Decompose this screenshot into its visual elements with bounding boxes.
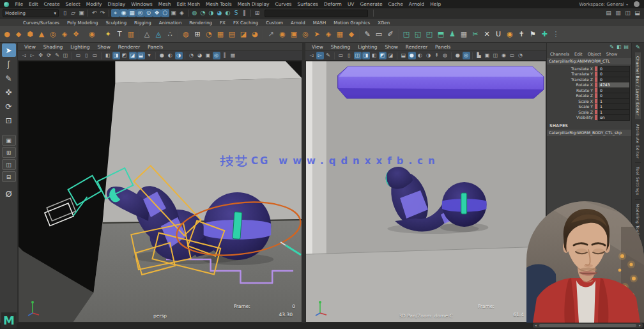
rotate-tool[interactable]: ⟳: [2, 100, 16, 113]
toggle-channel-box-icon[interactable]: ⬓: [633, 9, 641, 17]
two-pane-side-layout[interactable]: ◫: [2, 159, 16, 170]
unfold-uv-icon[interactable]: U: [493, 29, 504, 40]
tumble-icon[interactable]: ⟳: [45, 52, 53, 59]
move-tool[interactable]: ✜: [2, 86, 16, 99]
poly-plane-icon[interactable]: ◈: [59, 29, 70, 40]
multi-cut-icon[interactable]: ▭: [374, 29, 385, 40]
four-pane-layout[interactable]: ⊞: [2, 147, 16, 158]
image-plane-icon[interactable]: ◫: [62, 52, 70, 59]
numeric-input-field[interactable]: [264, 10, 368, 17]
channel-box-menu-channels[interactable]: Channels: [548, 52, 572, 57]
shape-node-name[interactable]: CaterpillarRig:WORM_BODY_CTL_shp: [547, 130, 631, 136]
snap-to-view-plane-icon[interactable]: ⊙: [144, 9, 153, 17]
gamma-icon[interactable]: ◉: [500, 52, 508, 59]
poly-sphere-icon[interactable]: ●: [2, 29, 13, 40]
scale-tool[interactable]: ⊡: [2, 114, 16, 127]
panel-menu-show[interactable]: Show: [381, 44, 402, 50]
shelf-tab-fx[interactable]: FX: [216, 20, 229, 26]
undo-icon[interactable]: ↶: [90, 9, 98, 17]
fill-hole-icon[interactable]: ▣: [289, 29, 300, 40]
toggle-attribute-editor-icon[interactable]: ▥: [614, 9, 622, 17]
exposure-icon[interactable]: ◎: [463, 52, 470, 59]
shadows-icon[interactable]: ⬓: [400, 52, 408, 59]
average-vertices-icon[interactable]: ◰: [424, 29, 435, 40]
lasso-select-tool[interactable]: ʃ: [2, 57, 16, 71]
menu-uv[interactable]: UV: [344, 1, 357, 7]
isolate-select-icon[interactable]: ●: [454, 52, 462, 59]
platonic-solid-icon[interactable]: △: [142, 29, 153, 40]
menu-select[interactable]: Select: [63, 1, 83, 7]
sidebar-tab-channel-box-layer-editor[interactable]: Channel Box / Layer Editor: [635, 52, 641, 120]
booleans-icon[interactable]: ◍: [181, 29, 192, 40]
combine-icon[interactable]: ⊞: [192, 29, 203, 40]
delete-edge-icon[interactable]: ✕: [482, 29, 493, 40]
ipr-render-icon[interactable]: ◔: [199, 9, 207, 17]
textured-icon[interactable]: ◩: [379, 52, 387, 59]
panel-menu-lighting[interactable]: Lighting: [66, 44, 93, 50]
menu-surfaces[interactable]: Surfaces: [295, 1, 321, 7]
multisample-icon[interactable]: ◐: [417, 52, 424, 59]
panel-menu-show[interactable]: Show: [94, 44, 114, 50]
motion-blur-icon[interactable]: ●: [408, 52, 416, 59]
menu-deform[interactable]: Deform: [321, 1, 344, 7]
poly-cone-icon[interactable]: ▲: [36, 29, 47, 40]
scrollbar-handle[interactable]: [539, 324, 636, 327]
grease-pencil-icon[interactable]: ▙: [475, 52, 483, 59]
bevel-icon[interactable]: ◕: [250, 29, 261, 40]
panel-menu-view[interactable]: View: [308, 44, 327, 50]
poly-cube-icon[interactable]: ◆: [13, 29, 24, 40]
render-view-icon[interactable]: ◐: [224, 9, 232, 17]
shelf-tab-curves-surfaces[interactable]: Curves/Surfaces: [19, 20, 63, 26]
menu-mesh[interactable]: Mesh: [155, 1, 174, 7]
viewport-settings-icon[interactable]: ◔: [517, 52, 525, 59]
resolution-gate-icon[interactable]: ▭: [337, 52, 345, 59]
poly-torus-icon[interactable]: ◎: [48, 29, 59, 40]
exposure-field[interactable]: ▭: [509, 52, 516, 59]
menu-edit[interactable]: Edit: [26, 1, 42, 7]
pane-with-outliner-layout[interactable]: ⊟: [2, 171, 16, 182]
depth-of-field-icon[interactable]: ◑: [425, 52, 433, 59]
prev-view-icon[interactable]: ◅: [308, 52, 316, 59]
shelf-tab-rendering[interactable]: Rendering: [185, 20, 216, 26]
project-curve-icon[interactable]: ➤: [312, 29, 323, 40]
shelf-tab-rigging[interactable]: Rigging: [130, 20, 155, 26]
svg-tool-icon[interactable]: ▥: [126, 29, 137, 40]
screen-space-ao-icon[interactable]: ▾: [146, 52, 153, 59]
sculpt-tool-icon[interactable]: ♟: [447, 29, 458, 40]
toggle-substance-icon[interactable]: S: [232, 9, 240, 17]
bookmark-icon[interactable]: ✎: [325, 52, 332, 59]
menu-modify[interactable]: Modify: [83, 1, 105, 7]
menu-display[interactable]: Display: [105, 1, 128, 7]
add-divisions-icon[interactable]: ✚: [539, 29, 550, 40]
sidebar-tab-tool-settings[interactable]: Tool Settings: [635, 163, 641, 200]
panel-menu-renderer[interactable]: Renderer: [402, 44, 431, 50]
bookmark-icon[interactable]: ✎: [54, 52, 61, 59]
toggle-tool-settings-icon[interactable]: ◫: [624, 9, 632, 17]
flag-icon[interactable]: ⚑: [528, 29, 539, 40]
panel-menu-panels[interactable]: Panels: [144, 44, 167, 50]
wireframe-icon[interactable]: ◧: [371, 52, 378, 59]
motion-blur-icon[interactable]: ●: [158, 52, 166, 59]
shelf-overflow-icon[interactable]: ⋮: [551, 29, 562, 40]
quad-draw-icon[interactable]: ✎: [362, 29, 373, 40]
camera-settings-icon[interactable]: ◫: [492, 52, 500, 59]
poly-disc-icon[interactable]: ❖: [71, 29, 82, 40]
shelf-tab-motion-graphics[interactable]: Motion Graphics: [330, 20, 374, 26]
new-scene-icon[interactable]: ▯: [61, 9, 69, 17]
extrude-icon[interactable]: ◪: [238, 29, 249, 40]
joints-xray-icon[interactable]: ▣: [204, 52, 212, 59]
next-view-icon[interactable]: ▻: [29, 52, 36, 59]
shadows-icon[interactable]: ⬓: [137, 52, 145, 59]
viewport-settings-icon[interactable]: ▦: [229, 52, 237, 59]
ultra-shape-icon[interactable]: ◬: [153, 29, 164, 40]
hud-icon[interactable]: ▣: [484, 52, 491, 59]
shelf-tab-xgen[interactable]: XGen: [374, 20, 394, 26]
circularize-icon[interactable]: ◎: [300, 29, 311, 40]
up-axis-icon[interactable]: ↟: [433, 52, 441, 59]
gamma-icon[interactable]: ‖: [221, 52, 229, 59]
textured-icon[interactable]: ◩: [121, 52, 128, 59]
render-current-frame-icon[interactable]: ◍: [190, 9, 199, 17]
scroll-left-icon[interactable]: ◂: [533, 323, 539, 328]
input-line-mode-icon[interactable]: ⊞: [253, 9, 261, 17]
open-scene-icon[interactable]: ▱: [69, 9, 77, 17]
